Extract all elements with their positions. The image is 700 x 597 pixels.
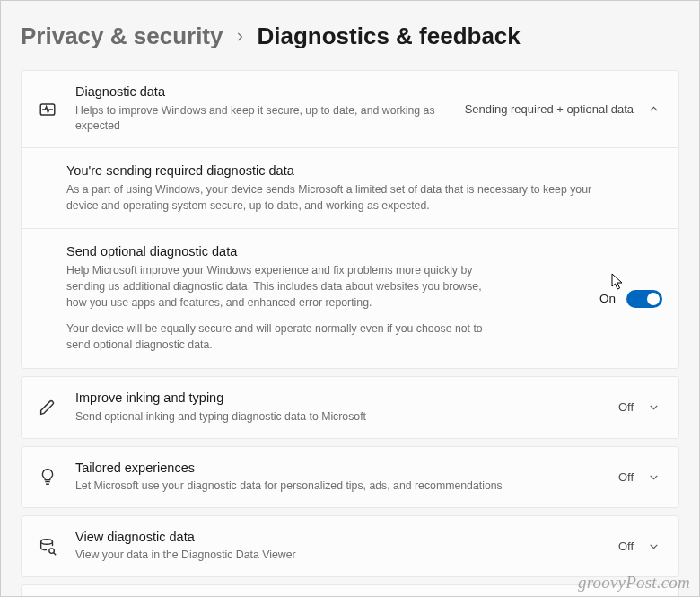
- optional-diagnostic-row: Send optional diagnostic data Help Micro…: [22, 229, 678, 368]
- view-diagnostic-card[interactable]: View diagnostic data View your data in t…: [21, 515, 679, 577]
- inking-status: Off: [618, 400, 644, 414]
- required-diagnostic-desc: As a part of using Windows, your device …: [66, 182, 605, 215]
- page-title: Diagnostics & feedback: [257, 22, 520, 50]
- view-title: View diagnostic data: [75, 529, 608, 547]
- optional-diagnostic-desc1: Help Microsoft improve your Windows expe…: [66, 263, 497, 311]
- breadcrumb: Privacy & security Diagnostics & feedbac…: [21, 22, 679, 50]
- view-status: Off: [618, 540, 644, 553]
- diagnostic-data-desc: Helps to improve Windows and keep it sec…: [75, 103, 454, 136]
- tailored-status: Off: [618, 470, 644, 484]
- chevron-right-icon: [233, 29, 246, 48]
- diagnostic-data-header[interactable]: Diagnostic data Helps to improve Windows…: [22, 71, 678, 148]
- inking-title: Improve inking and typing: [75, 390, 608, 408]
- pen-icon: [38, 398, 75, 417]
- chevron-down-icon: [644, 401, 662, 413]
- tailored-title: Tailored experiences: [75, 460, 608, 478]
- optional-diagnostic-desc2: Your device will be equally secure and w…: [66, 321, 497, 354]
- optional-diagnostic-title: Send optional diagnostic data: [66, 243, 589, 261]
- inking-desc: Send optional inking and typing diagnost…: [75, 409, 608, 426]
- svg-point-1: [41, 539, 53, 544]
- tailored-desc: Let Microsoft use your diagnostic data f…: [75, 478, 608, 495]
- inking-typing-card[interactable]: Improve inking and typing Send optional …: [21, 376, 679, 438]
- required-diagnostic-title: You're sending required diagnostic data: [66, 162, 652, 180]
- optional-diagnostic-toggle[interactable]: [626, 290, 662, 308]
- view-desc: View your data in the Diagnostic Data Vi…: [75, 548, 608, 564]
- tailored-experiences-card[interactable]: Tailored experiences Let Microsoft use y…: [21, 446, 679, 508]
- heart-monitor-icon: [38, 100, 75, 119]
- watermark: groovyPost.com: [578, 573, 690, 593]
- svg-point-2: [49, 548, 55, 553]
- optional-toggle-label: On: [599, 292, 616, 305]
- chevron-down-icon: [644, 540, 662, 552]
- diagnostic-data-card: Diagnostic data Helps to improve Windows…: [21, 70, 679, 369]
- chevron-down-icon: [644, 471, 662, 483]
- svg-line-3: [54, 552, 57, 555]
- data-search-icon: [38, 537, 75, 557]
- diagnostic-data-status: Sending required + optional data: [465, 102, 644, 116]
- breadcrumb-parent[interactable]: Privacy & security: [21, 22, 223, 50]
- chevron-up-icon: [644, 103, 662, 115]
- diagnostic-data-title: Diagnostic data: [75, 83, 454, 101]
- required-diagnostic-row: You're sending required diagnostic data …: [22, 148, 678, 229]
- lightbulb-icon: [38, 467, 75, 487]
